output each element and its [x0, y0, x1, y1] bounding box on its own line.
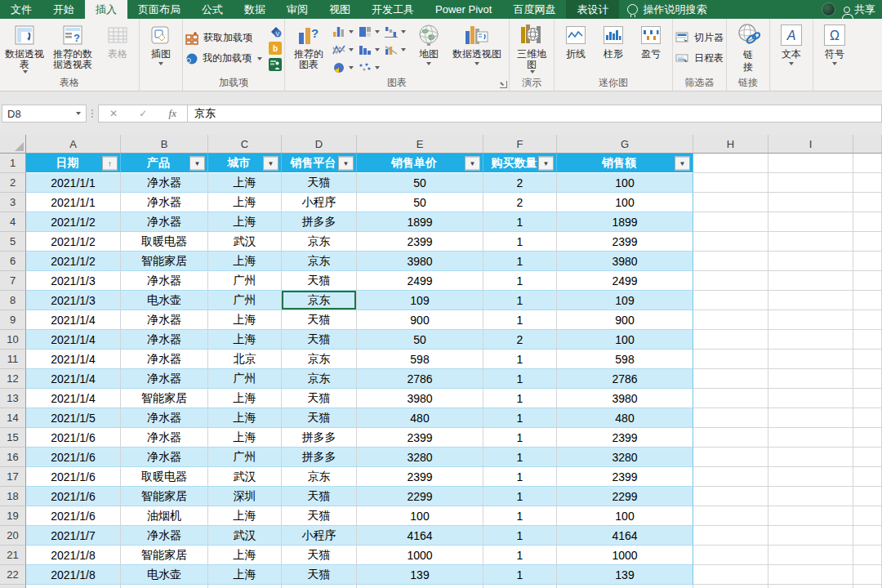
cell[interactable]: 净水器 [121, 271, 208, 291]
cell[interactable]: 2021/1/4 [26, 310, 121, 330]
column-header-E[interactable]: E [357, 135, 483, 153]
cell[interactable]: 上海 [208, 212, 282, 232]
cell[interactable]: 2499 [357, 271, 483, 291]
column-header-G[interactable]: G [557, 135, 693, 153]
row-header-12[interactable]: 12 [0, 369, 26, 389]
cell[interactable]: 2021/1/8 [26, 565, 121, 585]
insert-hierarchy-chart-button[interactable] [358, 23, 382, 40]
cell[interactable] [693, 428, 768, 448]
cell[interactable]: 上海 [208, 389, 282, 408]
cell[interactable]: 油烟机 [121, 506, 208, 526]
cell[interactable] [768, 546, 853, 565]
cell[interactable]: 1 [483, 271, 557, 291]
cell[interactable]: 净水器 [121, 310, 208, 330]
cell[interactable] [208, 585, 282, 588]
cell[interactable]: 智能家居 [121, 487, 208, 506]
cell[interactable]: 109 [357, 291, 483, 310]
cell[interactable] [693, 526, 768, 546]
cell[interactable] [693, 408, 768, 428]
tab-home[interactable]: 开始 [42, 0, 85, 19]
user-avatar[interactable] [822, 2, 835, 16]
tab-data[interactable]: 数据 [234, 0, 276, 19]
cell[interactable]: 净水器 [121, 212, 208, 232]
cell[interactable]: 1 [483, 252, 557, 271]
cell[interactable]: 2021/1/6 [26, 428, 121, 448]
cell[interactable]: 2399 [557, 232, 693, 252]
cell[interactable]: 109 [557, 291, 693, 310]
cell[interactable] [693, 565, 768, 585]
cell[interactable]: 上海 [208, 428, 282, 448]
cell[interactable]: 1 [483, 546, 557, 565]
cell[interactable] [853, 428, 882, 448]
cell[interactable]: 2021/1/6 [26, 506, 121, 526]
insert-statistic-chart-button[interactable] [358, 41, 382, 58]
cell[interactable]: 净水器 [121, 408, 208, 428]
row-header-14[interactable]: 14 [0, 408, 26, 428]
cell[interactable]: 480 [357, 408, 483, 428]
tab-page-layout[interactable]: 页面布局 [127, 0, 191, 19]
cell[interactable] [768, 487, 853, 506]
cell[interactable]: 智能家居 [121, 389, 208, 408]
cell[interactable]: 京东 [282, 232, 357, 252]
cell[interactable] [693, 252, 768, 271]
cell[interactable] [768, 193, 853, 212]
row-header-9[interactable]: 9 [0, 310, 26, 330]
cell[interactable]: 2 [483, 330, 557, 350]
cell[interactable]: 天猫 [282, 389, 357, 408]
cell[interactable]: 上海 [208, 310, 282, 330]
recommended-charts-button[interactable]: ? 推荐的图表 [287, 21, 330, 72]
cell[interactable] [853, 369, 882, 389]
cell[interactable]: 上海 [208, 173, 282, 193]
cell[interactable]: 广州 [208, 369, 282, 389]
cell[interactable]: 2399 [557, 428, 693, 448]
cell[interactable] [768, 467, 853, 487]
cell[interactable]: 智能家居 [121, 546, 208, 565]
filter-button[interactable]: ▼ [338, 156, 354, 170]
cell[interactable]: 天猫 [282, 173, 357, 193]
cell[interactable]: 50 [357, 330, 483, 350]
cell[interactable]: 2021/1/6 [26, 487, 121, 506]
cell[interactable]: 智能家居 [121, 252, 208, 271]
cell[interactable] [853, 330, 882, 350]
sparkline-winloss-button[interactable]: 盈亏 [632, 21, 670, 61]
name-box-dropdown-icon[interactable] [76, 112, 81, 115]
cell[interactable] [768, 173, 853, 193]
cell[interactable]: 京东 [282, 369, 357, 389]
cell[interactable]: 1 [483, 310, 557, 330]
cell[interactable]: 拼多多 [282, 212, 357, 232]
cell[interactable]: 净水器 [121, 526, 208, 546]
cell[interactable] [853, 487, 882, 506]
cell[interactable]: 2021/1/3 [26, 291, 121, 310]
row-header-23[interactable]: 23 [0, 585, 26, 588]
row-header-4[interactable]: 4 [0, 212, 26, 232]
cell[interactable]: 上海 [208, 193, 282, 212]
row-header-20[interactable]: 20 [0, 526, 26, 546]
cell[interactable]: 上海 [208, 408, 282, 428]
cell[interactable] [357, 585, 483, 588]
cell[interactable] [853, 350, 882, 369]
cell[interactable] [853, 467, 882, 487]
table-header-cell[interactable]: 销售额▼ [557, 154, 693, 173]
cell[interactable]: 1000 [557, 546, 693, 565]
visio-addin-icon[interactable]: V [269, 25, 282, 38]
row-header-2[interactable]: 2 [0, 173, 26, 193]
cell[interactable] [853, 212, 882, 232]
maps-button[interactable]: 地图 [410, 21, 448, 67]
symbols-button[interactable]: Ω 符号 [816, 21, 853, 67]
column-header-H[interactable]: H [693, 135, 768, 153]
cell[interactable]: 2299 [357, 487, 483, 506]
cell[interactable]: 100 [557, 193, 693, 212]
row-header-3[interactable]: 3 [0, 193, 26, 212]
cell[interactable] [26, 585, 121, 588]
cell[interactable] [853, 546, 882, 565]
cell[interactable] [693, 585, 768, 588]
cell[interactable]: 1899 [357, 212, 483, 232]
cell[interactable]: 1899 [557, 212, 693, 232]
cell[interactable]: 净水器 [121, 193, 208, 212]
cell[interactable]: 1 [483, 369, 557, 389]
cell[interactable] [693, 467, 768, 487]
cell[interactable]: 3280 [357, 448, 483, 467]
cell[interactable]: 深圳 [208, 487, 282, 506]
cell[interactable] [768, 154, 853, 173]
cell[interactable]: 2021/1/4 [26, 389, 121, 408]
